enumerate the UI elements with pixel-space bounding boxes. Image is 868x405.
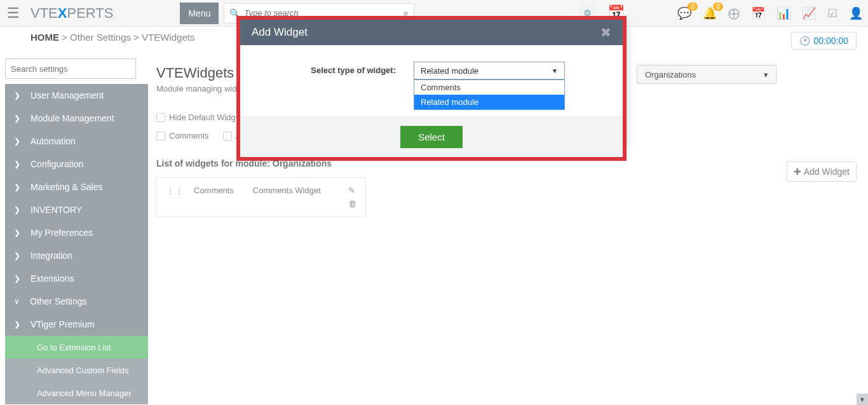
sidebar-item-extensions[interactable]: ❯Extensions: [5, 267, 148, 290]
breadcrumb-part2[interactable]: VTEWidgets: [142, 32, 194, 43]
menu-button[interactable]: Menu: [180, 3, 219, 24]
breadcrumb-part1[interactable]: Other Settings: [70, 32, 131, 43]
chat-badge: 0: [688, 3, 698, 11]
sidebar-item-inventory[interactable]: ❯INVENTORY: [5, 198, 148, 221]
sidebar-item-label: INVENTORY: [31, 205, 82, 215]
sidebar-sub-custom-fields[interactable]: Advanced Custom Fields: [5, 359, 148, 381]
sidebar: ❯User Management ❯Module Management ❯Aut…: [5, 58, 148, 404]
sidebar-item-label: Extensions: [31, 273, 74, 284]
areachart-icon[interactable]: 📈: [802, 6, 816, 20]
user-icon[interactable]: 👤: [849, 6, 863, 20]
sidebar-item-marketing-sales[interactable]: ❯Marketing & Sales: [5, 175, 148, 198]
checkbox-icon: [156, 113, 165, 122]
plus-icon: ✚: [794, 167, 801, 177]
hamburger-icon[interactable]: ☰: [0, 0, 27, 27]
sidebar-item-label: User Management: [31, 90, 104, 100]
chevron-right-icon: ❯: [14, 91, 20, 100]
sidebar-item-configuration[interactable]: ❯Configuration: [5, 153, 148, 175]
widget-type-field: Select type of widget: Related module ▼ …: [259, 62, 604, 110]
dropdown-option-related-module[interactable]: Related module: [414, 95, 564, 109]
sidebar-item-vtiger-premium[interactable]: ❯VTiger Premium: [5, 313, 148, 336]
widget-type-select-wrap: Related module ▼ Comments Related module: [414, 62, 565, 110]
modal-title: Add Widget: [252, 26, 308, 39]
add-widget-label: Add Widget: [804, 167, 850, 177]
select-value: Related module: [421, 66, 478, 76]
hide-default-checkbox[interactable]: Hide Default Widg: [156, 113, 236, 122]
checkbox-label: Hide Default Widg: [169, 113, 236, 122]
sidebar-item-label: Integration: [31, 251, 72, 261]
chevron-right-icon: ❯: [14, 137, 20, 146]
topbar-right: 💬0 🔔0 ⨁ 📅 📊 📈 ☑ 👤: [677, 0, 863, 27]
timer-value: 00:00:00: [814, 36, 849, 46]
sidebar-item-label: Other Settings: [30, 296, 87, 306]
settings-search-input[interactable]: [11, 64, 130, 74]
clear-search-icon[interactable]: ●: [403, 8, 409, 19]
add-widget-modal: Add Widget ✖ Select type of widget: Rela…: [240, 20, 623, 157]
timer-widget[interactable]: 🕐 00:00:00: [791, 32, 857, 50]
sidebar-sub-menu-manager[interactable]: Advanced Menu Manager: [5, 381, 148, 404]
logo-x: X: [58, 5, 67, 22]
sidebar-item-user-management[interactable]: ❯User Management: [5, 84, 148, 107]
settings-search[interactable]: [5, 58, 136, 79]
select-button[interactable]: Select: [400, 126, 463, 148]
chat-icon[interactable]: 💬0: [677, 6, 691, 20]
logo-text: VTE: [31, 5, 58, 22]
plus-icon[interactable]: ⨁: [728, 6, 740, 20]
calendar-icon[interactable]: 📅: [751, 6, 765, 20]
dropdown-option-comments[interactable]: Comments: [414, 80, 564, 95]
widget-type: Comments: [194, 186, 234, 195]
sidebar-sub-extension-list[interactable]: Go to Extension List: [5, 336, 148, 359]
delete-icon[interactable]: 🗑: [348, 199, 356, 209]
widget-type-select[interactable]: Related module ▼: [414, 62, 565, 79]
search-icon: 🔍: [229, 8, 240, 18]
chevron-right-icon: ❯: [14, 274, 20, 283]
logo-text2: PERTS: [67, 5, 113, 22]
module-select[interactable]: Organizations ▾: [637, 65, 776, 84]
topbar-mid-icons: ❂ 📅: [578, 4, 625, 22]
checkbox-icon: [223, 132, 232, 141]
search-input[interactable]: [244, 8, 402, 18]
sidebar-item-automation[interactable]: ❯Automation: [5, 130, 148, 153]
module-select-value: Organizations: [645, 70, 696, 79]
checkbox-icon: [156, 132, 165, 141]
sidebar-item-label: Automation: [31, 136, 76, 146]
field-label: Select type of widget:: [259, 62, 396, 75]
widget-type-dropdown: Comments Related module: [414, 79, 565, 110]
widget-actions: ✎ 🗑: [348, 186, 356, 209]
sidebar-item-my-preferences[interactable]: ❯My Preferences: [5, 221, 148, 244]
modal-header: Add Widget ✖: [240, 20, 623, 45]
checkbox-label: Comments: [169, 131, 209, 141]
bell-icon[interactable]: 🔔0: [703, 6, 717, 20]
close-icon[interactable]: ✖: [600, 25, 611, 40]
bell-badge: 0: [713, 3, 723, 11]
chevron-right-icon: ❯: [14, 320, 20, 329]
comments-checkbox[interactable]: Comments: [156, 131, 209, 141]
sidebar-item-label: VTiger Premium: [31, 319, 95, 329]
breadcrumb-home[interactable]: HOME: [31, 32, 59, 43]
sidebar-item-integration[interactable]: ❯Integration: [5, 244, 148, 267]
module-select-wrapper: Organizations ▾: [637, 65, 776, 84]
quick-action-1-icon[interactable]: ❂: [578, 4, 596, 22]
calendar-green-icon[interactable]: 📅: [607, 4, 625, 21]
sidebar-item-label: My Preferences: [31, 228, 93, 238]
edit-icon[interactable]: ✎: [348, 186, 356, 195]
drag-handle-icon[interactable]: ⋮⋮: [166, 186, 184, 196]
widget-label: Comments Widget: [253, 186, 338, 195]
check-icon[interactable]: ☑: [827, 6, 837, 20]
sidebar-item-label: Module Management: [31, 113, 114, 123]
sidebar-item-module-management[interactable]: ❯Module Management: [5, 107, 148, 130]
add-widget-button[interactable]: ✚ Add Widget: [787, 161, 857, 182]
chevron-down-icon: ∨: [14, 297, 20, 306]
sidebar-item-label: Marketing & Sales: [31, 182, 103, 192]
chevron-down-icon: ▾: [764, 70, 768, 79]
scroll-down-icon[interactable]: ▼: [857, 394, 868, 405]
sidebar-item-other-settings[interactable]: ∨Other Settings: [5, 290, 148, 313]
chevron-down-icon: ▼: [552, 67, 558, 74]
modal-footer: Select: [240, 116, 623, 157]
chevron-right-icon: ❯: [14, 182, 20, 191]
modal-body: Select type of widget: Related module ▼ …: [240, 45, 623, 116]
sidebar-item-label: Configuration: [31, 159, 83, 169]
widget-card: ⋮⋮ Comments Comments Widget ✎ 🗑: [156, 177, 366, 217]
barchart-icon[interactable]: 📊: [776, 6, 790, 20]
chevron-right-icon: ❯: [14, 205, 20, 214]
